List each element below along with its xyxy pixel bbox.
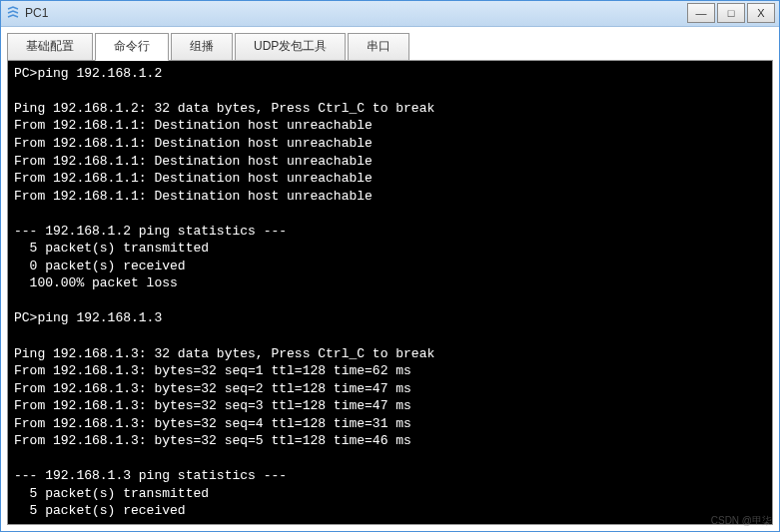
minimize-button[interactable]: — — [687, 3, 715, 23]
terminal-line: From 192.168.1.3: bytes=32 seq=1 ttl=128… — [14, 362, 766, 380]
content-area: 基础配置 命令行 组播 UDP发包工具 串口 PC>ping 192.168.1… — [1, 27, 779, 531]
terminal-line: From 192.168.1.3: bytes=32 seq=4 ttl=128… — [14, 415, 766, 433]
terminal-line: Ping 192.168.1.2: 32 data bytes, Press C… — [14, 100, 766, 118]
app-icon — [5, 5, 21, 21]
terminal-line: PC>ping 192.168.1.3 — [14, 309, 766, 327]
watermark: CSDN @甲柒 — [711, 514, 772, 528]
terminal-line — [14, 82, 766, 100]
terminal-line: From 192.168.1.3: bytes=32 seq=2 ttl=128… — [14, 380, 766, 398]
close-button[interactable]: X — [747, 3, 775, 23]
terminal-line: PC>ping 192.168.1.2 — [14, 65, 766, 83]
tab-basic-config[interactable]: 基础配置 — [7, 33, 93, 61]
maximize-button[interactable]: □ — [717, 3, 745, 23]
terminal-line: From 192.168.1.1: Destination host unrea… — [14, 117, 766, 135]
terminal-line: --- 192.168.1.3 ping statistics --- — [14, 467, 766, 485]
terminal-line: 0 packet(s) received — [14, 258, 766, 275]
titlebar: PC1 — □ X — [1, 1, 779, 27]
tab-command-line[interactable]: 命令行 — [95, 33, 169, 61]
terminal-line: --- 192.168.1.2 ping statistics --- — [14, 223, 766, 241]
window-frame: PC1 — □ X 基础配置 命令行 组播 UDP发包工具 串口 PC>ping… — [0, 0, 780, 532]
terminal-line: 5 packet(s) transmitted — [14, 485, 766, 503]
terminal-line: From 192.168.1.1: Destination host unrea… — [14, 188, 766, 206]
terminal-line: Ping 192.168.1.3: 32 data bytes, Press C… — [14, 345, 766, 363]
terminal-line: From 192.168.1.1: Destination host unrea… — [14, 135, 766, 153]
terminal-line — [14, 292, 766, 310]
window-controls: — □ X — [687, 3, 775, 23]
terminal-line: From 192.168.1.1: Destination host unrea… — [14, 153, 766, 171]
terminal-line: 5 packet(s) transmitted — [14, 240, 766, 258]
terminal-line: From 192.168.1.1: Destination host unrea… — [14, 170, 766, 188]
tab-udp-tool[interactable]: UDP发包工具 — [235, 33, 346, 61]
tab-bar: 基础配置 命令行 组播 UDP发包工具 串口 — [7, 33, 773, 61]
terminal-line: From 192.168.1.3: bytes=32 seq=5 ttl=128… — [14, 432, 766, 450]
window-title: PC1 — [25, 6, 687, 20]
terminal-line — [14, 450, 766, 468]
terminal-line: From 192.168.1.3: bytes=32 seq=3 ttl=128… — [14, 397, 766, 415]
tab-multicast[interactable]: 组播 — [171, 33, 233, 61]
tab-serial[interactable]: 串口 — [348, 33, 409, 61]
terminal-line — [14, 327, 766, 345]
terminal-output[interactable]: PC>ping 192.168.1.2 Ping 192.168.1.2: 32… — [7, 60, 773, 525]
terminal-line — [14, 205, 766, 223]
terminal-line: 5 packet(s) received — [14, 502, 766, 520]
terminal-line: 100.00% packet loss — [14, 274, 766, 292]
